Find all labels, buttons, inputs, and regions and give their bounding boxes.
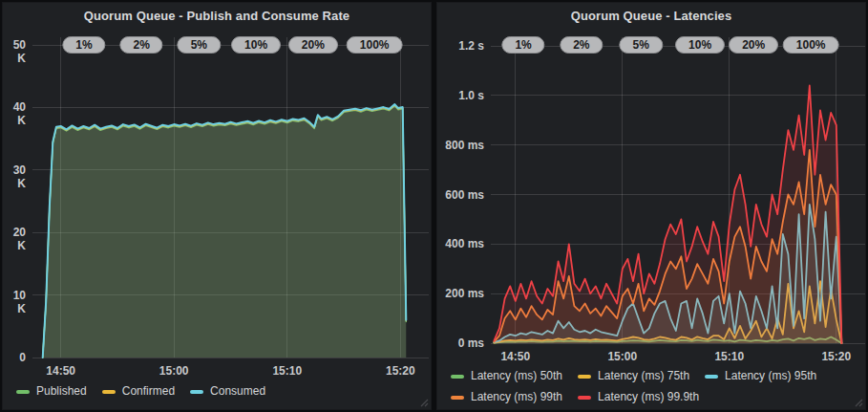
annotation-pill-20pct[interactable]: 20% [288, 36, 338, 54]
legend-label: Latency (ms) 95th [725, 369, 816, 383]
panel-latencies: Quorum Queue - Latencies 0 ms200 ms400 m… [436, 2, 866, 410]
legend-swatch-icon [451, 375, 464, 379]
annotation-pill-100pct[interactable]: 100% [347, 36, 403, 54]
panel-header: Quorum Queue - Publish and Consume Rate [3, 3, 431, 28]
y-tick-label: 1.2 s [437, 39, 484, 53]
panel-resize-handle[interactable] [420, 399, 429, 407]
y-tick-label: 10 K [3, 289, 26, 315]
y-tick-label: 800 ms [437, 139, 484, 152]
x-tick-label: 15:10 [706, 350, 753, 363]
y-tick-label: 1.0 s [437, 89, 484, 102]
legend-label: Confirmed [122, 384, 175, 399]
legend-swatch-icon [16, 390, 30, 394]
annotation-pill-10pct[interactable]: 10% [675, 36, 725, 54]
x-tick-label: 15:20 [813, 350, 860, 363]
annotation-pill-5pct[interactable]: 5% [178, 36, 221, 54]
x-tick-label: 14:50 [492, 350, 540, 363]
legend: PublishedConfirmedConsumed [16, 384, 427, 399]
legend-swatch-icon [102, 390, 116, 394]
latency-chart[interactable] [491, 35, 865, 351]
x-tick-label: 15:10 [264, 364, 311, 378]
legend-item-latency-ms-75th[interactable]: Latency (ms) 75th [578, 369, 689, 383]
y-tick-label: 30 K [3, 163, 26, 190]
annotation-pill-1pct[interactable]: 1% [62, 36, 105, 54]
legend-item-latency-ms-95th[interactable]: Latency (ms) 95th [705, 369, 816, 383]
y-tick-label: 0 [3, 351, 26, 364]
y-tick-label: 200 ms [437, 287, 484, 300]
annotation-pill-2pct[interactable]: 2% [560, 36, 603, 54]
y-tick-label: 40 K [3, 100, 26, 127]
legend-swatch-icon [190, 390, 203, 394]
legend-label: Latency (ms) 50th [471, 369, 562, 383]
legend-swatch-icon [578, 396, 591, 400]
legend-label: Consumed [210, 384, 265, 399]
legend-swatch-icon [451, 396, 464, 400]
x-tick-label: 15:00 [599, 350, 646, 363]
annotation-pill-1pct[interactable]: 1% [501, 36, 544, 54]
legend-label: Latency (ms) 75th [598, 369, 689, 383]
series-fill-consumed [43, 104, 407, 358]
y-tick-label: 400 ms [437, 237, 484, 250]
y-tick-label: 0 ms [437, 336, 484, 350]
legend-item-published[interactable]: Published [16, 384, 87, 399]
y-tick-label: 600 ms [437, 188, 484, 202]
panel-title[interactable]: Quorum Queue - Latencies [571, 9, 732, 23]
legend-item-confirmed[interactable]: Confirmed [102, 384, 175, 399]
legend-item-consumed[interactable]: Consumed [190, 384, 265, 399]
x-tick-label: 15:20 [376, 364, 424, 378]
rate-chart[interactable] [32, 35, 429, 364]
legend: Latency (ms) 50thLatency (ms) 75thLatenc… [451, 369, 856, 404]
annotation-pill-100pct[interactable]: 100% [783, 36, 839, 54]
panel-header: Quorum Queue - Latencies [437, 3, 865, 28]
annotation-pill-2pct[interactable]: 2% [119, 36, 162, 54]
panel-title[interactable]: Quorum Queue - Publish and Consume Rate [84, 9, 349, 23]
legend-item-latency-ms-99-9th[interactable]: Latency (ms) 99.9th [578, 390, 699, 404]
legend-swatch-icon [705, 375, 718, 379]
panel-resize-handle[interactable] [855, 399, 863, 407]
series-fill-latency-ms-99-9th [494, 86, 841, 344]
legend-item-latency-ms-50th[interactable]: Latency (ms) 50th [451, 369, 562, 383]
x-tick-label: 15:00 [150, 364, 198, 378]
legend-label: Latency (ms) 99.9th [598, 390, 699, 404]
y-tick-label: 20 K [3, 226, 26, 252]
legend-item-latency-ms-99th[interactable]: Latency (ms) 99th [451, 390, 562, 404]
legend-label: Latency (ms) 99th [471, 390, 562, 404]
legend-label: Published [36, 384, 87, 399]
annotation-pill-20pct[interactable]: 20% [729, 36, 778, 54]
panel-publish-consume-rate: Quorum Queue - Publish and Consume Rate … [2, 2, 432, 410]
annotation-pill-10pct[interactable]: 10% [231, 36, 281, 54]
annotation-pill-5pct[interactable]: 5% [620, 36, 663, 54]
x-tick-label: 14:50 [37, 364, 85, 378]
y-tick-label: 50 K [3, 38, 26, 65]
grafana-dashboard: Quorum Queue - Publish and Consume Rate … [0, 0, 868, 412]
legend-swatch-icon [578, 375, 591, 379]
